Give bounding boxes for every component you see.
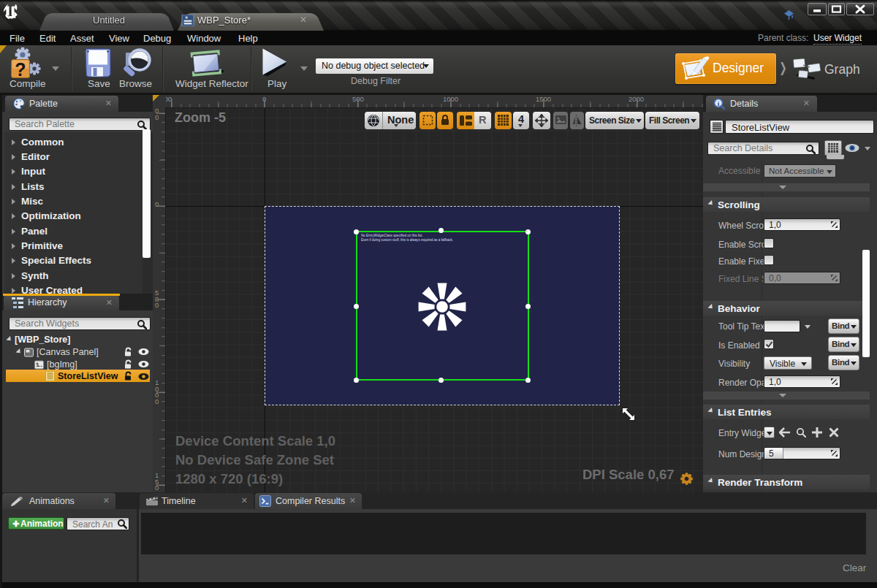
svg-text:?: ?	[15, 59, 26, 80]
